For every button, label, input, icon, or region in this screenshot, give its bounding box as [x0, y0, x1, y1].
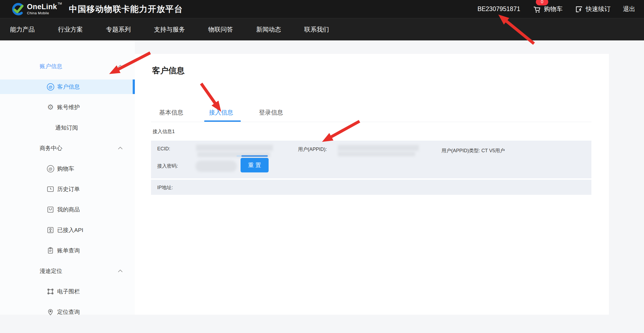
sidebar-item-label: 账单查询 [57, 247, 80, 254]
sidebar-item-4[interactable]: 通知订阅 [0, 120, 135, 135]
ip-address-label: IP地址: [157, 184, 173, 191]
sidebar-item-label: 我的商品 [57, 206, 80, 213]
appid-value-redacted [338, 145, 419, 151]
topbar-right: BE2307951871 0 购物车 快速续订 退出 [477, 5, 644, 13]
sidebar-item-label: 电子围栏 [57, 288, 80, 295]
onelink-logo-icon [11, 2, 24, 16]
gear-icon: ⚙ [46, 103, 54, 111]
account-id: BE2307951871 [477, 5, 520, 13]
sidebar-row: 已接入API [0, 220, 135, 240]
chevron-up-icon[interactable] [118, 64, 123, 69]
tab-2[interactable]: 接入信息 [209, 108, 233, 117]
access-password-label: 接入密码: [157, 163, 178, 169]
brand-block: OneLinkTM China Mobile [27, 3, 62, 15]
sidebar-item-label: 商务中心 [40, 144, 62, 152]
sidebar-item-11[interactable]: 漫途定位 [0, 264, 135, 278]
brand-name: OneLink [27, 3, 57, 11]
sidebar-item-label: 客户信息 [57, 83, 80, 91]
site-title: 中国移动物联卡能力开放平台 [69, 4, 183, 15]
access-info-panel: ECID: 用户(APPID): 用户(APPID)类型: CT V5用户 接入… [151, 141, 591, 178]
brand-subtitle: China Mobile [27, 11, 62, 15]
sidebar-row: 我的商品 [0, 199, 135, 220]
brand-trademark: TM [58, 2, 62, 5]
sidebar-item-label: 通知订阅 [55, 124, 78, 131]
nav-item-2[interactable]: 行业方案 [58, 25, 83, 34]
sidebar-item-10[interactable]: 账单查询 [0, 243, 135, 258]
ip-address-panel: IP地址: [151, 180, 591, 195]
tab-divider [151, 122, 591, 122]
quick-renew-icon [575, 5, 583, 13]
sidebar-item-9[interactable]: 已接入API [0, 223, 135, 237]
cart-count-badge: 0 [536, 0, 548, 5]
sidebar-item-8[interactable]: 我的商品 [0, 202, 135, 217]
reset-password-button[interactable]: 重 置 [241, 158, 269, 172]
nav-item-4[interactable]: 支持与服务 [154, 25, 185, 34]
sidebar: 账户信息@客户信息⚙账号维护通知订阅商务中心@购物车历史订单我的商品已接入API… [0, 40, 135, 315]
sidebar-item-label: 定位查询 [57, 308, 80, 316]
access-info-section-label: 接入信息1 [153, 128, 175, 135]
appid-value-redacted [338, 152, 415, 156]
content-card: 客户信息 基本信息接入信息登录信息 接入信息1 ECID: 用户(APPID):… [135, 54, 609, 315]
cart-icon [533, 5, 541, 13]
sidebar-item-label: 漫途定位 [40, 267, 62, 275]
chevron-up-icon[interactable] [118, 146, 123, 151]
sidebar-item-1[interactable]: 账户信息 [0, 59, 135, 74]
sidebar-item-2[interactable]: @客户信息 [0, 79, 135, 94]
bill-icon [46, 247, 54, 255]
quick-renew-label: 快速续订 [586, 5, 611, 13]
sidebar-row: 通知订阅 [0, 117, 135, 138]
sidebar-item-label: 购物车 [57, 165, 74, 172]
tab-1[interactable]: 基本信息 [159, 108, 183, 117]
sidebar-row: 历史订单 [0, 179, 135, 199]
at-circle-icon: @ [46, 83, 54, 91]
nav-item-5[interactable]: 物联问答 [208, 25, 233, 34]
cart-link[interactable]: 0 购物车 [533, 5, 563, 13]
sidebar-row: 定位查询 [0, 302, 135, 322]
nav-item-1[interactable]: 能力产品 [10, 25, 35, 34]
cart-label: 购物车 [544, 5, 563, 13]
sidebar-item-label: 历史订单 [57, 185, 80, 193]
ecid-scrollbar-thumb[interactable] [241, 155, 268, 157]
sidebar-row: @购物车 [0, 158, 135, 179]
nav-item-3[interactable]: 专题系列 [106, 25, 131, 34]
access-password-redacted [196, 161, 237, 172]
sidebar-row: 漫途定位 [0, 261, 135, 281]
sidebar-item-12[interactable]: 电子围栏 [0, 284, 135, 299]
sidebar-row: 商务中心 [0, 138, 135, 158]
sidebar-row: 电子围栏 [0, 281, 135, 302]
nav-item-6[interactable]: 新闻动态 [256, 25, 281, 34]
appid-type-label: 用户(APPID)类型: [441, 148, 480, 153]
logout-link[interactable]: 退出 [623, 5, 635, 13]
page-title: 客户信息 [152, 65, 184, 76]
sidebar-item-5[interactable]: 商务中心 [0, 141, 135, 155]
sidebar-row: 账户信息 [0, 56, 135, 77]
sidebar-item-13[interactable]: 定位查询 [0, 305, 135, 319]
sidebar-item-7[interactable]: 历史订单 [0, 182, 135, 196]
sidebar-item-3[interactable]: ⚙账号维护 [0, 100, 135, 115]
tab-3[interactable]: 登录信息 [259, 108, 283, 117]
ecid-scrollbar[interactable] [237, 155, 268, 157]
sidebar-item-label: 账号维护 [57, 103, 80, 111]
appid-type: 用户(APPID)类型: CT V5用户 [441, 147, 505, 154]
chevron-up-icon[interactable] [118, 269, 123, 273]
tab-bar: 基本信息接入信息登录信息 [159, 108, 283, 117]
fence-icon [46, 287, 54, 296]
location-pin-icon [46, 308, 54, 316]
sidebar-row: @客户信息 [0, 77, 135, 97]
sidebar-item-6[interactable]: @购物车 [0, 161, 135, 176]
quick-renew-link[interactable]: 快速续订 [575, 5, 611, 13]
appid-type-value: CT V5用户 [481, 148, 505, 153]
api-icon [46, 226, 54, 234]
topbar: OneLinkTM China Mobile 中国移动物联卡能力开放平台 BE2… [0, 0, 644, 18]
sidebar-item-label: 账户信息 [40, 63, 62, 70]
history-icon [46, 185, 54, 193]
nav-item-7[interactable]: 联系我们 [304, 25, 329, 34]
ecid-value-redacted [196, 145, 273, 151]
sidebar-row: 账单查询 [0, 240, 135, 261]
sidebar-item-label: 已接入API [57, 226, 83, 234]
sidebar-row: ⚙账号维护 [0, 97, 135, 117]
ecid-label: ECID: [157, 146, 170, 152]
goods-icon [46, 206, 54, 214]
appid-label: 用户(APPID): [298, 146, 327, 152]
page: OneLinkTM China Mobile 中国移动物联卡能力开放平台 BE2… [0, 0, 644, 333]
